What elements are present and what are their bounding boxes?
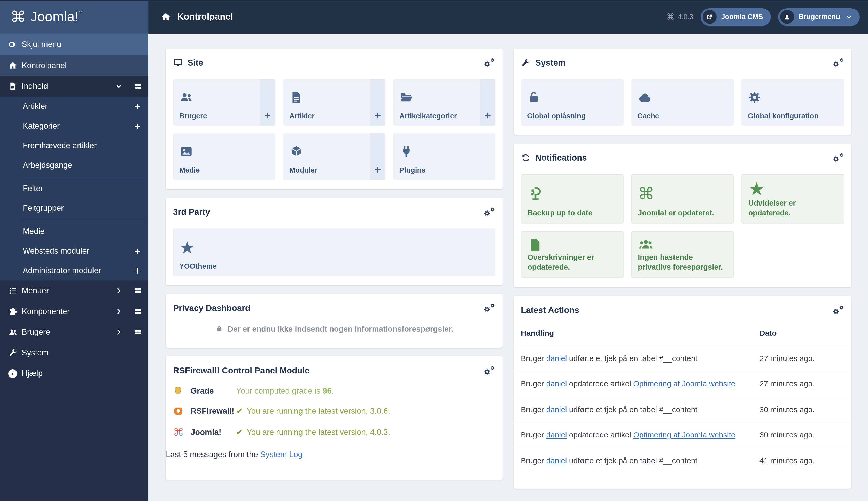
privacy-dashboard-panel: Privacy Dashboard Der er endnu ikke inds… xyxy=(166,294,503,348)
shield-icon xyxy=(173,386,187,396)
panel-options-cogs-icon[interactable] xyxy=(832,58,844,68)
card-label: Overskrivninger er opdaterede. xyxy=(528,253,617,272)
sidebar-item-system[interactable]: System xyxy=(0,342,148,363)
card-brugere[interactable]: Brugere + xyxy=(173,79,275,126)
article-link[interactable]: Optimering af Joomla website xyxy=(633,379,735,388)
user-menu-button[interactable]: Brugermenu xyxy=(778,8,860,25)
user-menu-label: Brugermenu xyxy=(798,13,840,21)
add-button[interactable]: + xyxy=(370,133,385,180)
add-button[interactable]: + xyxy=(260,79,275,126)
add-artikler-button[interactable]: + xyxy=(132,101,142,112)
dashboard-grid-icon[interactable] xyxy=(134,82,142,90)
card-plugins[interactable]: Plugins xyxy=(393,133,496,180)
sidebar-item-indhold[interactable]: Indhold xyxy=(0,76,148,97)
joomla-cms-button[interactable]: Joomla CMS xyxy=(700,8,771,25)
card-label: Joomla! er opdateret. xyxy=(638,208,727,218)
sidebar-item-label: Komponenter xyxy=(22,307,70,316)
panel-header: Notifications xyxy=(521,153,844,163)
card-backup-status[interactable]: Backup up to date xyxy=(521,174,623,223)
sidebar-item-label: Artikler xyxy=(23,102,47,111)
add-kategorier-button[interactable]: + xyxy=(132,120,142,131)
version-message: You are running the latest version, 3.0.… xyxy=(247,406,390,416)
user-link[interactable]: daniel xyxy=(546,456,567,465)
user-link[interactable]: daniel xyxy=(546,353,567,362)
sidebar-item-felter[interactable]: Felter xyxy=(0,179,148,198)
card-label: Artikelkategorier xyxy=(399,111,474,120)
action-date: 27 minutes ago. xyxy=(760,352,844,364)
card-moduler[interactable]: Moduler + xyxy=(283,133,385,180)
panel-options-cogs-icon[interactable] xyxy=(484,207,496,217)
document-icon xyxy=(528,237,617,253)
privacy-status: Der er endnu ikke indsendt nogen informa… xyxy=(173,324,496,333)
sidebar-item-kontrolpanel[interactable]: Kontrolpanel xyxy=(0,55,148,76)
card-global-konfiguration[interactable]: Global konfiguration xyxy=(742,79,844,126)
card-extensions-status[interactable]: ★ Udvidelser er opdaterede. xyxy=(742,174,844,223)
sidebar-item-arbejdsgange[interactable]: Arbejdsgange xyxy=(0,156,148,175)
sidebar-item-administrator-moduler[interactable]: Administrator moduler + xyxy=(0,261,148,280)
top-bar-main: Kontrolpanel ⌘ 4.0.3 Joomla CMS xyxy=(148,0,868,34)
card-label: Backup up to date xyxy=(528,208,617,218)
card-artikelkategorier[interactable]: Artikelkategorier + xyxy=(393,79,496,126)
sidebar-item-label: System xyxy=(22,348,48,358)
user-link[interactable]: daniel xyxy=(546,430,567,439)
card-global-oplaasning[interactable]: Global oplåsning xyxy=(521,79,623,126)
sidebar-item-label: Indhold xyxy=(22,82,48,91)
joomla-version-row: ⌘ Joomla! ✔You are running the latest ve… xyxy=(173,427,496,437)
sidebar-item-label: Administrator moduler xyxy=(23,266,101,275)
panel-options-cogs-icon[interactable] xyxy=(832,153,844,163)
hide-menu-toggle[interactable]: Skjul menu xyxy=(0,34,148,55)
add-button[interactable]: + xyxy=(370,79,385,126)
card-label: Cache xyxy=(637,111,728,120)
add-websteds-moduler-button[interactable]: + xyxy=(132,246,142,256)
sidebar-item-fremhaevede-artikler[interactable]: Fremhævede artikler xyxy=(0,136,148,156)
sidebar-item-artikler[interactable]: Artikler + xyxy=(0,97,148,116)
user-link[interactable]: daniel xyxy=(546,379,567,388)
dashboard-grid-icon[interactable] xyxy=(134,328,142,336)
column-header-handling: Handling xyxy=(521,328,760,337)
card-medie[interactable]: Medie xyxy=(173,133,275,180)
add-administrator-moduler-button[interactable]: + xyxy=(132,265,142,276)
home-icon xyxy=(161,12,171,22)
user-link[interactable]: daniel xyxy=(546,405,567,414)
card-yootheme[interactable]: ★ YOOtheme xyxy=(173,228,496,276)
logo-text: Joomla! xyxy=(31,9,78,24)
sidebar-item-komponenter[interactable]: Komponenter xyxy=(0,301,148,322)
cube-icon xyxy=(289,138,364,165)
folder-open-icon xyxy=(399,84,474,111)
version-number: 4.0.3 xyxy=(678,13,693,21)
add-button[interactable]: + xyxy=(480,79,496,126)
top-bar: ⌘ Joomla!® Kontrolpanel ⌘ 4.0.3 Jo xyxy=(0,0,868,34)
dashboard-grid-icon[interactable] xyxy=(134,287,142,295)
users-icon xyxy=(638,237,727,253)
system-log-link[interactable]: System Log xyxy=(260,450,303,459)
table-row: Bruger daniel udførte et tjek på en tabe… xyxy=(514,448,851,473)
dashboard-grid-icon[interactable] xyxy=(134,307,142,316)
star-icon: ★ xyxy=(748,180,837,198)
panel-options-cogs-icon[interactable] xyxy=(484,58,496,68)
sidebar-item-feltgrupper[interactable]: Feltgrupper xyxy=(0,198,148,218)
card-overrides-status[interactable]: Overskrivninger er opdaterede. xyxy=(521,231,623,278)
card-artikler[interactable]: Artikler + xyxy=(283,79,385,126)
row-label: Joomla! xyxy=(191,427,236,437)
sidebar-item-brugere[interactable]: Brugere xyxy=(0,322,148,342)
card-label: Ingen hastende privatlivs forespørgsler. xyxy=(638,253,727,272)
external-link-icon xyxy=(702,10,716,24)
card-cache[interactable]: Cache xyxy=(631,79,734,126)
sidebar-item-websteds-moduler[interactable]: Websteds moduler + xyxy=(0,241,148,261)
sidebar-item-medie[interactable]: Medie xyxy=(0,222,148,241)
panel-options-cogs-icon[interactable] xyxy=(484,366,496,375)
panel-options-cogs-icon[interactable] xyxy=(484,303,496,313)
chevron-right-icon xyxy=(115,308,123,315)
sidebar-item-kategorier[interactable]: Kategorier + xyxy=(0,116,148,136)
chevron-down-icon xyxy=(846,14,852,20)
card-label: Moduler xyxy=(289,165,364,174)
article-link[interactable]: Optimering af Joomla website xyxy=(633,430,735,439)
card-label: Udvidelser er opdaterede. xyxy=(748,198,837,218)
panel-options-cogs-icon[interactable] xyxy=(832,305,844,315)
card-privacy-requests-status[interactable]: Ingen hastende privatlivs forespørgsler. xyxy=(631,231,734,278)
sidebar-item-menuer[interactable]: Menuer xyxy=(0,280,148,301)
card-joomla-update-status[interactable]: ⌘ Joomla! er opdateret. xyxy=(631,174,734,223)
notification-cards-grid: Backup up to date ⌘ Joomla! er opdateret… xyxy=(521,174,844,278)
sidebar-item-hjaelp[interactable]: i Hjælp xyxy=(0,363,148,384)
document-icon xyxy=(8,82,22,91)
